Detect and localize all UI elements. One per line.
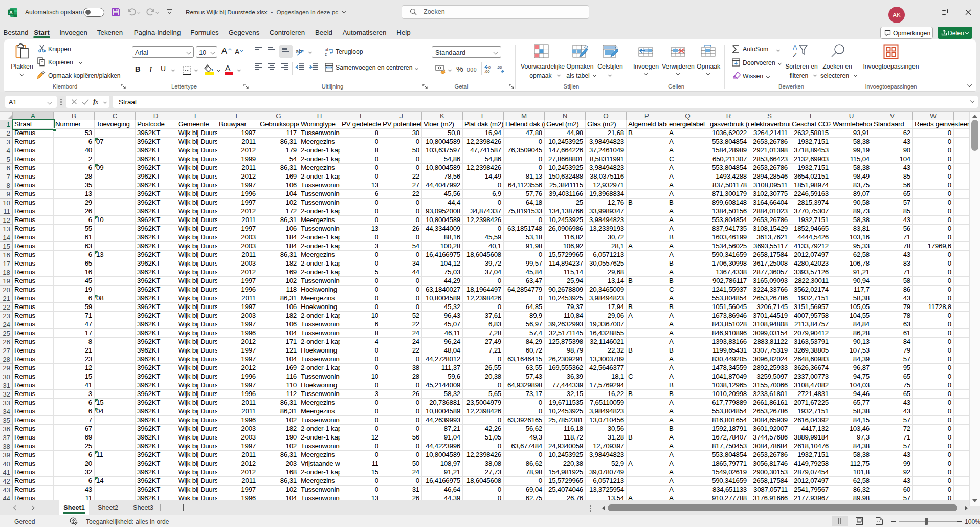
svg-text:A: A <box>793 43 797 51</box>
svg-text:Z: Z <box>793 51 797 59</box>
svg-text:,00: ,00 <box>484 69 489 73</box>
svg-text:ab: ab <box>296 48 302 54</box>
svg-text:X: X <box>9 9 13 15</box>
